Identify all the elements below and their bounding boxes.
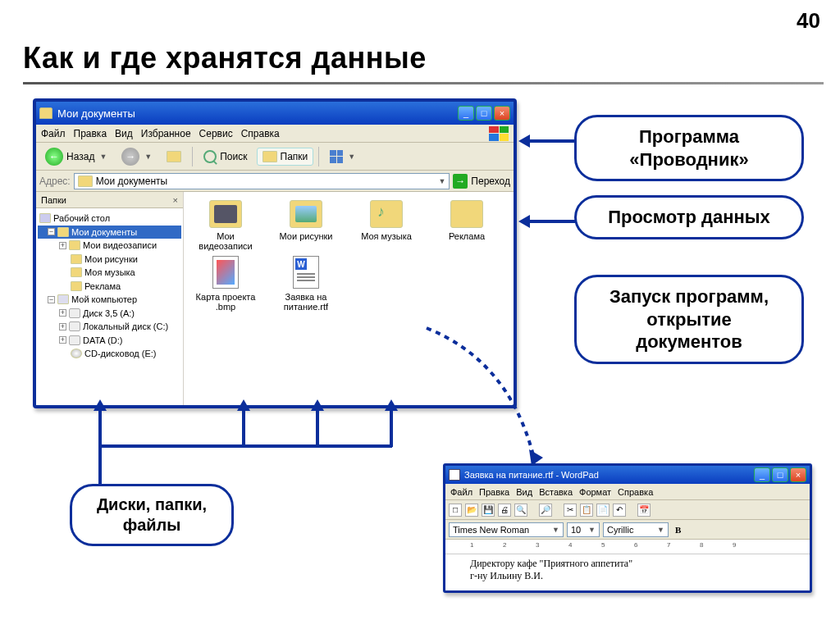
doc-line: г-ну Ильину В.И. (470, 570, 785, 582)
search-label: Поиск (220, 151, 247, 162)
file-list: Мои видеозаписи Мои рисунки Моя музыка Р… (184, 192, 514, 405)
close-panel-button[interactable]: × (173, 195, 178, 205)
arrowhead-icon (94, 399, 107, 411)
save-icon[interactable]: 💾 (482, 504, 495, 517)
datetime-icon[interactable]: 📅 (637, 504, 651, 517)
menu-tools[interactable]: Сервис (199, 128, 233, 139)
menu-edit[interactable]: Правка (74, 128, 107, 139)
open-icon[interactable]: 📂 (465, 504, 478, 517)
expand-icon[interactable]: + (59, 242, 66, 249)
close-button[interactable]: × (494, 106, 510, 121)
bmp-file-icon (212, 256, 239, 289)
separator (318, 147, 319, 166)
back-button[interactable]: ← Назад ▼ (39, 144, 112, 169)
explorer-menubar: Файл Правка Вид Избранное Сервис Справка (36, 125, 514, 143)
item-request-rtf[interactable]: Заявка на питание.rtf (269, 256, 343, 312)
folder-icon (71, 267, 82, 277)
folder-icon (78, 175, 93, 187)
folder-icon (262, 151, 277, 162)
tree-localc[interactable]: +Локальный диск (C:) (38, 320, 181, 334)
folder-icon (71, 281, 82, 291)
folder-tree: Рабочий стол −Мои документы +Мои видеоза… (36, 208, 183, 364)
menu-favorites[interactable]: Избранное (141, 128, 191, 139)
arrow (242, 410, 245, 447)
search-button[interactable]: Поиск (198, 147, 253, 166)
callout-disks-folders: Диски, папки, файлы (70, 484, 234, 546)
tree-videos[interactable]: +Мои видеозаписи (38, 239, 181, 253)
back-label: Назад (66, 151, 94, 162)
copy-icon[interactable]: 📋 (580, 504, 593, 517)
arrowhead-icon (385, 399, 398, 411)
fontsize-select[interactable]: 10▼ (567, 522, 600, 537)
find-icon[interactable]: 🔎 (539, 504, 552, 517)
item-music[interactable]: Моя музыка (349, 200, 423, 251)
item-map-bmp[interactable]: Карта проекта .bmp (189, 256, 262, 312)
paste-icon[interactable]: 📄 (596, 504, 609, 517)
menu-help[interactable]: Справка (241, 128, 280, 139)
tree-cdrom[interactable]: CD-дисковод (E:) (38, 347, 181, 361)
maximize-button[interactable]: □ (476, 106, 492, 121)
undo-icon[interactable]: ↶ (613, 504, 626, 517)
desktop-icon (39, 213, 51, 223)
font-select[interactable]: Times New Roman▼ (449, 522, 564, 537)
minimize-button[interactable]: _ (458, 106, 474, 121)
views-button[interactable]: ▼ (324, 147, 361, 166)
expand-icon[interactable]: + (59, 323, 66, 330)
folders-button[interactable]: Папки (257, 148, 314, 166)
floppy-icon (69, 308, 80, 318)
close-button[interactable]: × (790, 467, 806, 482)
wp-menu-file[interactable]: Файл (450, 487, 472, 497)
wordpad-window: Заявка на питание.rtf - WordPad _ □ × Фа… (443, 463, 812, 593)
print-icon[interactable]: 🖨 (498, 504, 511, 517)
wp-menu-insert[interactable]: Вставка (539, 487, 573, 497)
wp-menu-view[interactable]: Вид (516, 487, 532, 497)
maximize-button[interactable]: □ (772, 467, 788, 482)
cut-icon[interactable]: ✂ (564, 504, 577, 517)
item-videos[interactable]: Мои видеозаписи (189, 200, 262, 251)
address-input[interactable]: Мои документы ▼ (74, 173, 450, 189)
doc-line: Директору кафе "Приятного аппетита" (470, 558, 785, 570)
arrowhead-icon (518, 215, 530, 228)
tree-ads[interactable]: Реклама (38, 280, 181, 294)
explorer-titlebar[interactable]: Мои документы _ □ × (36, 102, 514, 125)
preview-icon[interactable]: 🔍 (514, 504, 527, 517)
tree-pictures[interactable]: Мои рисунки (38, 253, 181, 267)
explorer-toolbar: ← Назад ▼ → ▼ Поиск Папки ▼ (36, 143, 514, 171)
expand-icon[interactable]: + (59, 336, 66, 344)
script-select[interactable]: Cyrillic▼ (603, 522, 669, 537)
explorer-body: Папки × Рабочий стол −Мои документы +Мои… (36, 192, 514, 405)
wp-menu-edit[interactable]: Правка (479, 487, 509, 497)
tree-datad[interactable]: +DATA (D:) (38, 334, 181, 348)
tree-mypc[interactable]: −Мой компьютер (38, 293, 181, 307)
forward-icon: → (121, 148, 139, 166)
go-button[interactable]: → (453, 174, 468, 189)
menu-file[interactable]: Файл (41, 128, 66, 139)
menu-view[interactable]: Вид (115, 128, 133, 139)
address-label: Адрес: (39, 175, 71, 187)
folder-icon (57, 227, 69, 237)
chevron-down-icon: ▼ (144, 153, 152, 161)
forward-button[interactable]: → ▼ (116, 144, 158, 169)
go-label[interactable]: Переход (471, 175, 510, 187)
wordpad-menubar: Файл Правка Вид Вставка Формат Справка (445, 484, 810, 500)
item-pictures[interactable]: Мои рисунки (269, 200, 343, 251)
new-icon[interactable]: □ (449, 504, 462, 517)
arrowhead-icon (518, 134, 530, 148)
wp-menu-help[interactable]: Справка (618, 487, 653, 497)
up-button[interactable] (161, 148, 187, 166)
collapse-icon[interactable]: − (48, 228, 55, 235)
bold-button[interactable]: B (672, 525, 684, 535)
tree-desktop[interactable]: Рабочий стол (38, 212, 181, 226)
tree-floppy[interactable]: +Диск 3,5 (A:) (38, 307, 181, 321)
expand-icon[interactable]: + (59, 309, 66, 317)
tree-music[interactable]: Моя музыка (38, 266, 181, 280)
wp-menu-format[interactable]: Формат (579, 487, 611, 497)
folder-tree-panel: Папки × Рабочий стол −Мои документы +Мои… (36, 192, 184, 405)
tree-title: Папки (41, 195, 66, 205)
tree-mydocs[interactable]: −Мои документы (38, 226, 181, 239)
minimize-button[interactable]: _ (754, 467, 770, 482)
wordpad-titlebar[interactable]: Заявка на питание.rtf - WordPad _ □ × (445, 466, 810, 484)
collapse-icon[interactable]: − (48, 296, 55, 303)
wordpad-document[interactable]: Директору кафе "Приятного аппетита" г-ну… (445, 554, 810, 590)
item-ads[interactable]: Реклама (430, 200, 504, 251)
